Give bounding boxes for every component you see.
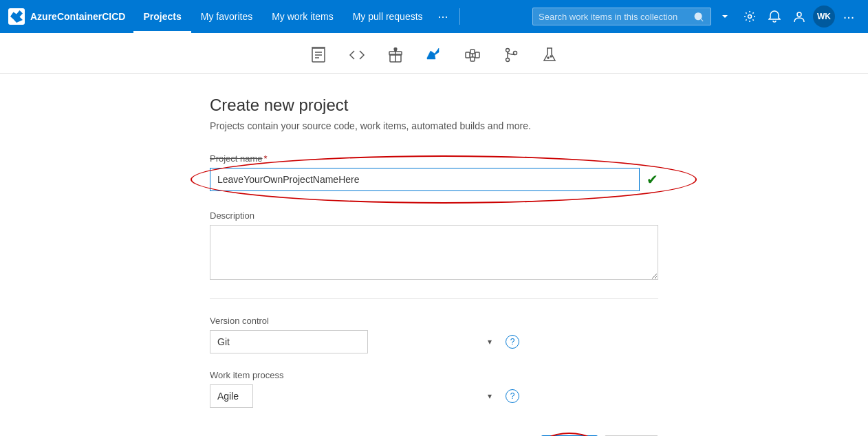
svg-rect-10 bbox=[475, 52, 479, 58]
version-control-row: Git Team Foundation Version Control ? bbox=[210, 330, 658, 353]
svg-point-16 bbox=[506, 49, 510, 52]
avatar[interactable]: WK bbox=[813, 6, 835, 28]
svg-point-1 bbox=[797, 12, 801, 17]
search-icon bbox=[694, 11, 705, 22]
nav-more-button[interactable]: ··· bbox=[433, 10, 454, 24]
work-item-process-label: Work item process bbox=[210, 370, 658, 380]
search-placeholder: Search work items in this collection bbox=[539, 12, 690, 22]
project-name-input[interactable] bbox=[210, 168, 640, 191]
brand[interactable]: AzureContainerCICD bbox=[8, 8, 133, 25]
validation-checkmark: ✔ bbox=[647, 171, 658, 188]
page-title: Create new project bbox=[210, 96, 658, 115]
version-control-help-icon[interactable]: ? bbox=[506, 335, 519, 349]
person-icon bbox=[793, 10, 805, 23]
nav-my-favorites[interactable]: My favorites bbox=[191, 0, 262, 33]
project-name-input-wrapper: ✔ bbox=[210, 168, 658, 191]
svg-point-22 bbox=[550, 56, 552, 57]
work-item-process-group: Work item process Agile Scrum CMMI ? bbox=[210, 370, 658, 408]
boards-nav-icon[interactable] bbox=[309, 45, 328, 65]
gear-icon bbox=[744, 10, 756, 23]
svg-point-21 bbox=[547, 57, 549, 58]
settings-icon[interactable] bbox=[739, 6, 761, 28]
svg-point-17 bbox=[506, 58, 510, 62]
search-box[interactable]: Search work items in this collection bbox=[532, 8, 711, 25]
code-nav-icon[interactable] bbox=[347, 45, 367, 65]
more-options-icon[interactable]: ··· bbox=[838, 6, 860, 28]
notifications-icon[interactable] bbox=[763, 6, 785, 28]
description-label: Description bbox=[210, 210, 658, 221]
nav-my-pull-requests[interactable]: My pull requests bbox=[343, 0, 433, 33]
version-control-select-wrapper: Git Team Foundation Version Control bbox=[210, 330, 499, 353]
work-item-process-row: Agile Scrum CMMI ? bbox=[210, 384, 658, 408]
version-control-group: Version control Git Team Foundation Vers… bbox=[210, 316, 658, 353]
test-nav-icon[interactable] bbox=[540, 45, 559, 65]
main-nav: Projects My favorites My work items My p… bbox=[133, 0, 453, 33]
brand-logo bbox=[8, 8, 25, 25]
brand-name: AzureContainerCICD bbox=[30, 11, 125, 22]
project-name-group: Project name* ✔ bbox=[210, 153, 658, 191]
pipelines-nav-icon[interactable] bbox=[463, 45, 482, 65]
project-name-label: Project name* bbox=[210, 153, 658, 164]
chevron-down-icon bbox=[720, 12, 730, 21]
work-item-process-help-icon[interactable]: ? bbox=[506, 389, 519, 403]
version-control-label: Version control bbox=[210, 316, 658, 326]
description-group: Description bbox=[210, 210, 658, 282]
artifacts-nav-icon[interactable] bbox=[386, 45, 405, 65]
svg-rect-12 bbox=[470, 57, 475, 61]
topnav-right: Search work items in this collection bbox=[532, 6, 860, 28]
main-content: Create new project Projects contain your… bbox=[193, 74, 675, 436]
description-input[interactable] bbox=[210, 225, 658, 280]
bell-icon bbox=[768, 10, 781, 23]
version-control-select[interactable]: Git Team Foundation Version Control bbox=[210, 330, 368, 353]
nav-projects[interactable]: Projects bbox=[133, 0, 191, 33]
nav-my-work-items[interactable]: My work items bbox=[262, 0, 343, 33]
svg-point-0 bbox=[748, 15, 752, 19]
form-divider bbox=[210, 298, 658, 299]
project-name-row: ✔ bbox=[210, 168, 658, 191]
svg-rect-11 bbox=[470, 50, 475, 54]
user-icon[interactable] bbox=[788, 6, 810, 28]
azure-devops-nav-icon[interactable] bbox=[424, 45, 444, 65]
icon-row bbox=[0, 33, 868, 74]
top-navigation: AzureContainerCICD Projects My favorites… bbox=[0, 0, 868, 33]
repos-nav-icon[interactable] bbox=[501, 45, 521, 65]
work-item-process-select-wrapper: Agile Scrum CMMI bbox=[210, 384, 499, 408]
dropdown-icon[interactable] bbox=[714, 6, 736, 28]
page-subtitle: Projects contain your source code, work … bbox=[210, 120, 658, 131]
svg-rect-9 bbox=[466, 52, 470, 58]
nav-separator bbox=[459, 8, 460, 25]
work-item-process-select[interactable]: Agile Scrum CMMI bbox=[210, 384, 253, 408]
